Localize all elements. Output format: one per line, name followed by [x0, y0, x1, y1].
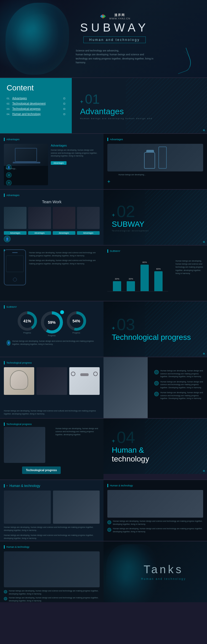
content-stripe — [126, 78, 207, 133]
donut-badge — [60, 310, 64, 314]
logo-icon — [99, 14, 107, 19]
slide-person: Technological progress Human beings are … — [104, 357, 207, 418]
donut-2: 59% Progress — [41, 311, 63, 337]
subway-text-2: Human beings are developing, human desig… — [29, 259, 100, 265]
slide-tech-left: Technological progress Human beings are … — [0, 357, 104, 418]
donut-ring-2: 59% — [41, 311, 63, 333]
person-icon-bottom: 👤 — [4, 236, 10, 242]
teamwork-label-1: Advantages — [4, 231, 26, 235]
hero-title: SUBWAY — [76, 21, 153, 34]
slide-row-human1: + Human & technology Human beings are de… — [0, 480, 207, 541]
thanks-title: Tanks — [141, 563, 186, 576]
corner-dot-2 — [203, 241, 205, 243]
robot-head-shape — [10, 370, 28, 390]
hero-desc: Science and technology are advancing, hu… — [76, 49, 153, 65]
tag-advantages-2: Advantages — [107, 138, 203, 141]
human-left-text2: Human beings are developing, human desig… — [4, 534, 100, 540]
section-stripe-3 — [145, 301, 207, 357]
person-photo — [104, 357, 148, 418]
content-item-2: 02. Technological development — [7, 102, 65, 105]
teamwork-img-4 — [77, 207, 100, 229]
human-img-1 — [4, 491, 51, 524]
person-info-1: Human beings are developing, human desig… — [154, 369, 203, 378]
hero-feather — [171, 48, 194, 74]
hero-subtitle-box: Human and technology — [83, 36, 145, 43]
content-item-1: 01. Advantages — [7, 97, 65, 100]
donut-ring-1: 41% — [18, 311, 37, 331]
slide-section-02: + 02 SUBWAY Technological development — [104, 190, 207, 245]
plus-sign-1: + — [107, 179, 110, 185]
tag-advantages-1: Advantages — [4, 138, 100, 141]
person-icon-donut: 👤 — [7, 340, 10, 346]
human-img-2 — [53, 491, 100, 524]
slide-donuts: SUBWAY 41% Progress 59% — [0, 301, 104, 357]
section-stripe-4 — [145, 419, 207, 474]
donut-3: 54% Progress — [67, 311, 86, 337]
slide-row-teamwork: Advantages Team Work Advantages Advantag… — [0, 190, 207, 245]
teamwork-img-2 — [28, 207, 51, 229]
subway-text-1: Human beings are developing, human desig… — [29, 251, 100, 257]
slide-row-tech1: Technological progress Human beings are … — [0, 357, 207, 418]
laptop-img — [4, 144, 48, 166]
buildings-text-1: Human beings are developing, human desig… — [4, 590, 100, 595]
logo-text: 漫界网 WWW.YANJ.CN — [109, 13, 130, 20]
tag-human-1: + Human & technology — [4, 484, 100, 488]
bar-3: 80% — [140, 261, 149, 291]
slide-row-advantages: Advantages Technology... 👤 ⚙ ✦ Advantage… — [0, 134, 207, 189]
adv-right-bottom: Human beings are developing... — [107, 174, 203, 176]
teamwork-label-4: Advantages — [77, 231, 100, 235]
adv-button[interactable]: Advantages — [51, 161, 67, 165]
drone-shape — [74, 373, 95, 387]
teamwork-img-1 — [4, 207, 26, 229]
advantages-content: Technology... 👤 ⚙ ✦ Advantages Human bei… — [4, 144, 100, 185]
human-right-text: Human beings are developing, human desig… — [107, 520, 203, 533]
teamwork-images — [4, 207, 100, 229]
subway-text-block: Human beings are developing, human desig… — [29, 251, 100, 267]
slide-advantages-right: Advantages + Human beings are developing… — [104, 134, 207, 189]
buildings-img-1 — [107, 490, 203, 518]
slide-row-subway: SUBWAY Human beings are developing, huma… — [0, 246, 207, 301]
star-icon: ✦ — [6, 180, 12, 185]
phone-button — [13, 278, 17, 281]
tag-tech-1: Technological progress — [4, 361, 100, 364]
donut-row: 41% Progress 59% Progress — [4, 311, 100, 337]
slide-subway-left: SUBWAY Human beings are developing, huma… — [0, 246, 104, 301]
adv-panel-right: Advantages Human beings are developing, … — [51, 144, 100, 185]
corner-dot — [203, 129, 205, 131]
subway-phone — [4, 249, 26, 285]
robot-shapes — [144, 147, 167, 169]
slide-human-right: Human & technology Human beings are deve… — [104, 480, 207, 541]
bar-1: 30% — [113, 278, 121, 291]
laptop-shape — [15, 148, 37, 162]
buildings-large — [4, 551, 100, 587]
slide-human-left: + Human & technology Human beings are de… — [0, 480, 104, 541]
tech-card-right: Human beings are developing, human desig… — [55, 427, 100, 436]
chart-container: 30% 30% 80% 60% Human beings are develop… — [107, 255, 203, 291]
person-info: Human beings are developing, human desig… — [154, 369, 203, 400]
teamwork-img-3 — [53, 207, 75, 229]
hero-dots — [6, 3, 69, 75]
bar-4: 60% — [154, 268, 163, 291]
tech-img-robot — [4, 367, 34, 395]
content-item-3: 03. Technological progress — [7, 107, 65, 110]
human-images-1 — [4, 491, 100, 524]
phone-screen — [6, 255, 24, 272]
content-left: Content 01. Advantages 02. Technological… — [0, 78, 72, 133]
donut-1: 41% Progress — [18, 311, 37, 337]
corner-dot-3 — [203, 353, 205, 354]
tag-tech-3: Technological progress — [4, 423, 100, 426]
tech-img-drone — [69, 367, 100, 395]
content-item-4: 04. Human and technology — [7, 113, 65, 116]
tag-human-3: Human & technology — [4, 545, 100, 549]
teamwork-label-2: Advantages — [28, 231, 51, 235]
slide-teamwork: Advantages Team Work Advantages Advantag… — [0, 190, 104, 245]
slide-section-03: + 03 Technological progress — [104, 301, 207, 357]
content-right: + 01 Advantages Human beings are develop… — [72, 78, 207, 133]
slide-row-final: Human & technology Human beings are deve… — [0, 541, 207, 602]
thanks-subtitle: Human and technology — [141, 577, 186, 580]
human-left-text1: Human beings are developing, human desig… — [4, 526, 100, 532]
person-info-3: Human beings are developing, human desig… — [154, 391, 203, 400]
tech-card-img — [4, 427, 45, 463]
tag-advantages-3: Advantages — [4, 194, 100, 197]
chart-bars: 30% 30% 80% 60% — [107, 255, 168, 291]
